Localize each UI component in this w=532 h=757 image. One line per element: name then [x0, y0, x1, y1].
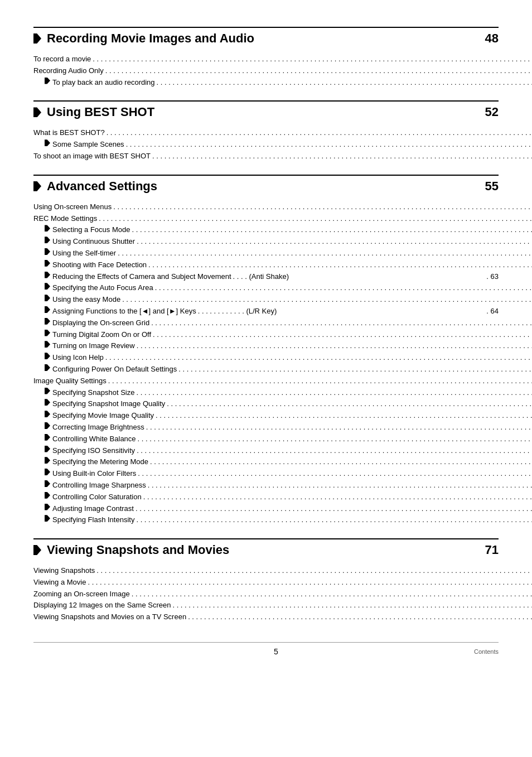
entry-label: Using Icon Help [52, 352, 104, 364]
entry-dots: . . . . . . . . . . . . . . . . . . . . … [157, 77, 532, 89]
entry-dots: . . . . . . . . . . . . . . . . . . . . … [108, 375, 532, 387]
section-header-viewing-snapshots: Viewing Snapshots and Movies71 [33, 538, 499, 557]
entry-left: Reducing the Effects of Camera and Subje… [45, 271, 485, 283]
entry-label: Some Sample Scenes [52, 139, 124, 151]
entry-label: Zooming an On-screen Image [33, 589, 130, 600]
section-icon [33, 545, 41, 555]
entry-label: Using Built-in Color Filters [52, 468, 136, 480]
entry-left: Specifying the Auto Focus Area . . . . .… [45, 282, 532, 294]
entry-dots: . . . . . . . . . . . . . . . . . . . . … [167, 398, 532, 410]
entry-label: Viewing a Movie [33, 577, 86, 589]
toc-entry: Assigning Functions to the [◄] and [►] K… [33, 306, 499, 317]
toc-entry: Specifying Flash Intensity . . . . . . .… [33, 514, 499, 526]
entry-dots: . . . . . . . . . . . . . . . . . . . . … [178, 364, 532, 375]
toc-entry: Some Sample Scenes . . . . . . . . . . .… [33, 139, 499, 151]
section-header-using-best-shot: Using BEST SHOT52 [33, 100, 499, 119]
section-icon [33, 33, 41, 44]
bullet-icon [45, 457, 50, 464]
entry-left: Using Icon Help . . . . . . . . . . . . … [45, 352, 532, 364]
entry-dots: . . . . . . . . . . . . . . . . . . . . … [118, 248, 532, 259]
entry-label: Selecting a Focus Mode [52, 224, 130, 236]
toc-entry: Zooming an On-screen Image . . . . . . .… [33, 589, 499, 600]
toc-entry: Using Built-in Color Filters . . . . . .… [33, 468, 499, 480]
toc-entry: Image Quality Settings . . . . . . . . .… [33, 375, 499, 387]
toc-entries-recording-movie: To record a movie . . . . . . . . . . . … [33, 49, 499, 90]
section-header-recording-movie: Recording Movie Images and Audio48 [33, 27, 499, 46]
toc-entry: Specifying Snapshot Size . . . . . . . .… [33, 387, 499, 399]
bullet-icon [45, 225, 50, 232]
toc-entry: Specifying the Metering Mode . . . . . .… [33, 456, 499, 468]
section-icon [33, 181, 41, 191]
entry-label: Specifying Flash Intensity [52, 514, 134, 526]
entry-dots: . . . . . . . . . . . . . . . . . . . . … [93, 54, 532, 65]
toc-entry: Specifying Movie Image Quality . . . . .… [33, 410, 499, 422]
entry-left: Specifying Snapshot Image Quality . . . … [45, 398, 532, 410]
bullet-icon [45, 260, 50, 267]
toc-entries-advanced-settings: Using On-screen Menus . . . . . . . . . … [33, 197, 499, 528]
toc-entry: Turning Digital Zoom On or Off . . . . .… [33, 329, 499, 341]
bullet-icon [45, 306, 50, 313]
entry-label: Specifying the Auto Focus Area [52, 282, 153, 294]
toc-entry: Selecting a Focus Mode . . . . . . . . .… [33, 224, 499, 236]
entry-left: What is BEST SHOT? . . . . . . . . . . .… [33, 127, 532, 139]
section-header-advanced-settings: Advanced Settings55 [33, 175, 499, 194]
entry-label: Image Quality Settings [33, 375, 107, 387]
bullet-icon [45, 139, 50, 146]
entry-dots: . . . . . . . . . . . . . . . . . . . . … [136, 514, 532, 526]
toc-entry: To play back an audio recording . . . . … [33, 77, 499, 89]
toc-entry: Correcting Image Brightness . . . . . . … [33, 422, 499, 433]
entry-label: To play back an audio recording [52, 77, 155, 89]
entry-left: Assigning Functions to the [◄] and [►] K… [45, 306, 485, 317]
entry-left: Turning Digital Zoom On or Off . . . . .… [45, 329, 532, 341]
entry-left: Viewing Snapshots . . . . . . . . . . . … [33, 565, 532, 577]
bullet-icon [45, 515, 50, 522]
entry-left: Specifying Movie Image Quality . . . . .… [45, 410, 532, 422]
entry-left: Image Quality Settings . . . . . . . . .… [33, 375, 532, 387]
bullet-icon [45, 330, 50, 336]
entry-dots: . . . . . . . . . . . . . . . . . . . . … [88, 577, 532, 589]
entry-left: Controlling White Balance . . . . . . . … [45, 433, 532, 445]
toc-entry: Adjusting Image Contrast . . . . . . . .… [33, 503, 499, 515]
entry-label: REC Mode Settings [33, 213, 97, 225]
bullet-icon [45, 504, 50, 510]
entry-label: Specifying Movie Image Quality [52, 410, 154, 422]
section-page-number: 55 [485, 179, 499, 194]
bullet-icon [45, 480, 50, 487]
toc-entry: Specifying Snapshot Image Quality . . . … [33, 398, 499, 410]
entry-label: Correcting Image Brightness [52, 422, 144, 433]
entry-left: Using the easy Mode . . . . . . . . . . … [45, 294, 532, 306]
entry-left: Configuring Power On Default Settings . … [45, 364, 532, 375]
toc-entry: Using the easy Mode . . . . . . . . . . … [33, 294, 499, 306]
toc-entry: Controlling White Balance . . . . . . . … [33, 433, 499, 445]
entry-left: Controlling Color Saturation . . . . . .… [45, 491, 532, 503]
toc-entry: Reducing the Effects of Camera and Subje… [33, 271, 499, 283]
entry-dots: . . . . . . . . . . . . . . . . . . . . … [137, 236, 532, 248]
toc-entry: Displaying the On-screen Grid . . . . . … [33, 317, 499, 329]
entry-label: Using the easy Mode [52, 294, 120, 306]
bullet-icon [45, 237, 50, 243]
entry-dots: . . . . . . . . . . . . . . . . . . . . … [105, 65, 532, 77]
entry-label: What is BEST SHOT? [33, 127, 105, 139]
entry-dots: . . . . . . . . . . . . . . . . . . . . … [151, 317, 532, 329]
entry-left: Using Built-in Color Filters . . . . . .… [45, 468, 532, 480]
page-container: Recording Movie Images and Audio48To rec… [33, 27, 499, 656]
toc-entry: Specifying ISO Sensitivity . . . . . . .… [33, 445, 499, 457]
section-page-number: 71 [485, 543, 499, 557]
entry-dots: . . . . . . . . . . . . . . . . . . . . … [138, 468, 532, 480]
bullet-icon [45, 272, 50, 278]
section-title: Advanced Settings [33, 179, 157, 194]
entry-dots: . . . . . . . . . . . . . . . . . . . . … [122, 294, 532, 306]
toc-entry: Configuring Power On Default Settings . … [33, 364, 499, 375]
entry-left: Displaying 12 Images on the Same Screen … [33, 600, 532, 611]
toc-entries-viewing-snapshots: Viewing Snapshots . . . . . . . . . . . … [33, 561, 499, 625]
entry-left: Specifying ISO Sensitivity . . . . . . .… [45, 445, 532, 457]
entry-dots: . . . . . . . . . . . . . . . . . . . . … [137, 445, 532, 457]
bullet-icon [45, 248, 50, 255]
entry-label: Viewing Snapshots and Movies on a TV Scr… [33, 611, 186, 623]
section-page-number: 52 [485, 105, 499, 119]
entry-left: Viewing a Movie . . . . . . . . . . . . … [33, 577, 532, 589]
footer-label: Contents [474, 648, 499, 655]
entry-left: Using the Self-timer . . . . . . . . . .… [45, 248, 532, 259]
entry-label: Controlling Image Sharpness [52, 480, 146, 491]
toc-entry: Viewing Snapshots . . . . . . . . . . . … [33, 565, 499, 577]
